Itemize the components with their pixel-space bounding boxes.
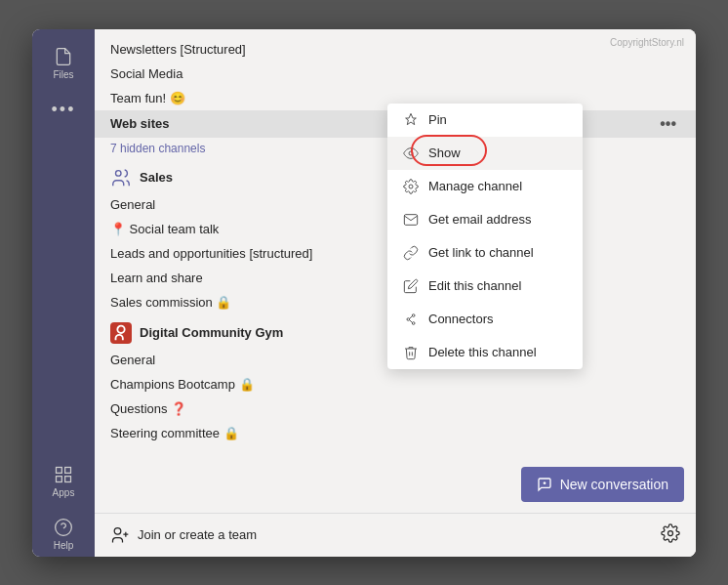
join-create-team[interactable]: Join or create a team (110, 525, 257, 545)
menu-item-show[interactable]: Show (387, 137, 583, 170)
svg-point-17 (412, 313, 415, 316)
channel-name: Sales commission 🔒 (110, 295, 231, 310)
menu-item-delete[interactable]: Delete this channel (387, 336, 583, 369)
team-avatar-dcg (110, 322, 132, 344)
main-panel: CopyrightStory.nl Newsletters [Structure… (95, 29, 696, 557)
svg-point-15 (409, 185, 413, 188)
sidebar-item-help[interactable]: Help (32, 512, 95, 557)
svg-point-14 (409, 151, 413, 155)
sidebar-item-apps[interactable]: Apps (32, 459, 95, 504)
svg-line-19 (410, 315, 413, 318)
delete-icon (403, 345, 419, 360)
svg-point-6 (116, 170, 122, 176)
link-icon (403, 245, 419, 261)
menu-label: Edit this channel (428, 278, 521, 293)
svg-point-16 (407, 317, 410, 320)
list-item[interactable]: Steering committee 🔒 (95, 421, 696, 445)
menu-item-edit[interactable]: Edit this channel (387, 270, 583, 303)
sidebar-apps-label: Apps (53, 487, 75, 498)
hidden-label: 7 hidden channels (110, 142, 205, 155)
channel-name: Questions ❓ (110, 401, 186, 416)
menu-label: Get email address (428, 212, 532, 227)
more-dots: ••• (52, 100, 76, 120)
connectors-icon (403, 312, 419, 327)
menu-item-link[interactable]: Get link to channel (387, 236, 583, 270)
channel-name: Web sites (110, 116, 169, 131)
menu-item-email[interactable]: Get email address (387, 203, 583, 236)
svg-point-18 (412, 321, 415, 324)
team-name: Sales (140, 170, 173, 185)
footer: Join or create a team (95, 513, 696, 557)
channel-name: Learn and share (110, 271, 203, 285)
list-item[interactable]: Champions Bootcamp 🔒 (95, 372, 696, 397)
svg-rect-1 (65, 467, 71, 473)
channel-name: Newsletters [Structured] (110, 42, 246, 57)
channel-name: Steering committee 🔒 (110, 426, 239, 440)
app-window: Files ••• Apps Help CopyrightStory.nl Ne… (32, 29, 696, 557)
list-item[interactable]: Social Media (95, 62, 696, 86)
watermark: CopyrightStory.nl (610, 37, 684, 48)
menu-label: Delete this channel (428, 345, 537, 359)
menu-item-manage[interactable]: Manage channel (387, 170, 583, 203)
svg-rect-3 (65, 476, 71, 481)
channel-name: Social Media (110, 66, 182, 81)
list-item[interactable]: Questions ❓ (95, 397, 696, 421)
email-icon (403, 212, 419, 228)
channel-name: General (110, 197, 155, 212)
pin-icon (403, 112, 419, 128)
menu-item-pin[interactable]: Pin (387, 104, 583, 137)
menu-label: Manage channel (428, 179, 522, 193)
sidebar-files-label: Files (53, 69, 73, 80)
sidebar-item-more[interactable]: ••• (32, 94, 95, 126)
channel-name: Champions Bootcamp 🔒 (110, 377, 255, 392)
channel-name: Team fun! 😊 (110, 91, 185, 105)
edit-icon (403, 278, 419, 294)
team-name: Digital Community Gym (140, 325, 283, 340)
sidebar-help-label: Help (54, 540, 74, 551)
svg-point-4 (56, 519, 72, 535)
menu-label: Get link to channel (428, 245, 534, 260)
svg-point-11 (668, 530, 673, 535)
join-label: Join or create a team (138, 527, 257, 542)
sidebar: Files ••• Apps Help (32, 29, 95, 557)
svg-line-20 (410, 319, 413, 322)
sidebar-item-files[interactable]: Files (32, 41, 95, 86)
more-button[interactable]: ••• (656, 115, 680, 133)
menu-label: Pin (428, 112, 447, 127)
settings-button[interactable] (661, 523, 680, 547)
menu-label: Show (428, 146, 461, 160)
new-conversation-button[interactable]: New conversation (521, 467, 684, 502)
list-item[interactable]: Newsletters [Structured] (95, 37, 696, 62)
channel-name: General (110, 353, 155, 367)
new-conversation-label: New conversation (560, 477, 668, 492)
svg-rect-2 (57, 476, 62, 481)
manage-icon (403, 179, 419, 194)
svg-point-8 (114, 527, 121, 534)
channel-name: 📍 Social team talk (110, 222, 219, 236)
svg-point-7 (117, 325, 124, 332)
menu-label: Connectors (428, 312, 493, 326)
channel-name: Leads and opportunities [structured] (110, 246, 312, 261)
menu-item-connectors[interactable]: Connectors (387, 303, 583, 336)
svg-rect-0 (57, 467, 62, 473)
eye-icon (403, 146, 419, 161)
context-menu: Pin Show Manage channel Get email addres… (387, 104, 583, 369)
